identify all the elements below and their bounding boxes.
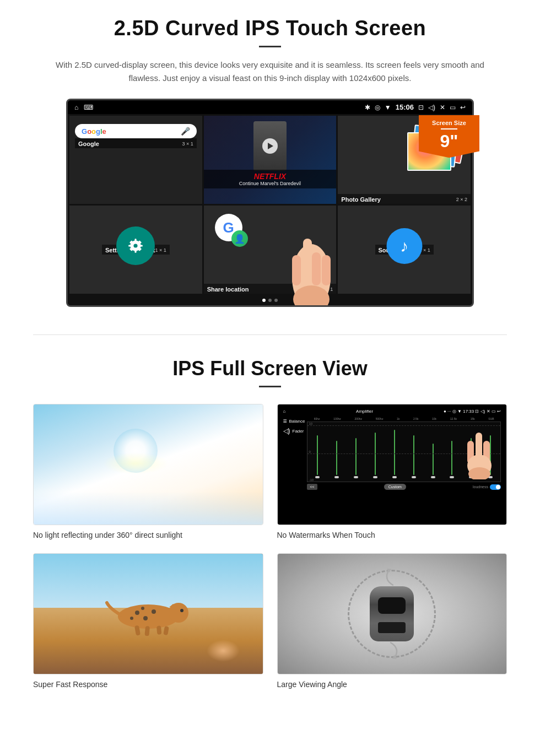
equalizer-screen: ⌂ Amplifier ● ··· ◎ ▼ 17:33 ⊡ ◁) ✕ ▭ ↩ ≡… [278, 404, 507, 525]
eq-bar-3 [355, 438, 357, 475]
eq-loudness-control: loudness [473, 484, 501, 490]
badge-size: 9" [426, 132, 472, 151]
car-caption: Large Viewing Angle [277, 680, 507, 689]
title-underline-2 [259, 386, 281, 387]
cheetah-caption: Super Fast Response [33, 680, 263, 689]
svg-rect-12 [292, 255, 301, 285]
pointing-hand [287, 222, 336, 307]
dot-3 [274, 299, 278, 302]
svg-rect-11 [303, 239, 312, 277]
eq-bar-4 [375, 433, 376, 475]
car-image [278, 554, 507, 674]
eq-status-bar: ⌂ Amplifier ● ··· ◎ ▼ 17:33 ⊡ ◁) ✕ ▭ ↩ [281, 408, 504, 415]
eq-bar-wrap-6 [405, 424, 423, 479]
svg-point-32 [180, 609, 183, 612]
music-note-icon: ♪ [400, 237, 408, 256]
app-cell-share[interactable]: G 👤 [204, 206, 337, 294]
photos-cell-label: Photo Gallery 2 × 2 [338, 194, 471, 204]
eq-bars-area: 60hz 100hz 200hz 500hz 1k 2.5k 10k 12.5k… [307, 417, 501, 490]
eq-bar-5 [394, 430, 395, 475]
netflix-logo-text: NETFLIX [207, 172, 333, 181]
eq-bar-wrap-3 [347, 424, 365, 479]
app-cell-sound[interactable]: ♪ Sound Search 1 × 1 [338, 206, 471, 294]
eq-balance-row: ≡ Balance [283, 417, 305, 425]
eq-back-btn[interactable]: << [307, 484, 317, 490]
svg-point-25 [152, 609, 156, 614]
screen-mockup-wrapper: ⌂ ⌨ ✱ ◎ ▼ 15:06 ⊡ ◁) ✕ ▭ ↩ [66, 99, 474, 307]
google-logo: Google [82, 127, 106, 136]
feature-img-sunlight [33, 404, 263, 525]
freq-15k: 15k [471, 417, 475, 420]
svg-point-23 [135, 611, 139, 615]
rotation-arrow-tl [380, 566, 402, 589]
share-app-name: Share location [207, 286, 249, 293]
google-app-name: Google [78, 141, 99, 147]
eq-status-icons: ● ··· ◎ ▼ 17:33 ⊡ ◁) ✕ ▭ ↩ [444, 409, 501, 414]
app-cell-google[interactable]: Google 🎤 Google 3 × 1 [69, 116, 202, 204]
google-cell-label: Google 3 × 1 [75, 138, 197, 148]
close-icon: ✕ [440, 104, 445, 111]
freq-1k: 1k [397, 417, 399, 420]
freq-2k5: 2.5k [413, 417, 418, 420]
equalizer-caption: No Watermarks When Touch [277, 531, 507, 539]
app-cell-settings[interactable]: Settings shortcut 1 × 1 [69, 206, 202, 294]
sunlight-caption: No light reflecting under 360° direct su… [33, 531, 263, 539]
netflix-background: NETFLIX Continue Marvel's Daredevil [204, 116, 337, 204]
speaker-icon: ◁) [283, 427, 290, 435]
eq-knob-2 [334, 476, 339, 478]
usb-icon: ⌨ [84, 104, 93, 111]
volume-icon: ◁) [428, 104, 435, 111]
eq-toggle[interactable] [490, 484, 501, 490]
window-icon: ▭ [450, 104, 456, 111]
play-triangle [268, 143, 273, 149]
svg-point-24 [143, 616, 148, 620]
lens-flare [102, 452, 169, 474]
status-time: 15:06 [396, 103, 414, 111]
car-rear-window [378, 622, 406, 633]
car-window [378, 597, 406, 614]
dot-1 [262, 299, 266, 302]
freq-100hz: 100hz [333, 417, 341, 420]
google-search-bar: Google 🎤 [75, 124, 197, 138]
feature-img-car [277, 553, 507, 674]
freq-12k5: 12.5k [450, 417, 457, 420]
svg-rect-4 [129, 245, 132, 246]
eq-knob-5 [392, 476, 397, 478]
app-cell-netflix[interactable]: NETFLIX Continue Marvel's Daredevil Netf… [204, 116, 337, 204]
car-oval [348, 570, 436, 658]
feature-sunlight: No light reflecting under 360° direct su… [33, 404, 263, 539]
section1-description: With 2.5D curved-display screen, this de… [55, 58, 485, 85]
eq-custom-btn[interactable]: Custom [384, 484, 406, 490]
dot-2 [268, 299, 272, 302]
feature-img-equalizer: ⌂ Amplifier ● ··· ◎ ▼ 17:33 ⊡ ◁) ✕ ▭ ↩ ≡… [277, 404, 507, 525]
svg-rect-14 [312, 252, 321, 285]
settings-app-size: 1 × 1 [155, 247, 166, 253]
bluetooth-icon: ✱ [365, 104, 370, 111]
eq-balance-label: Balance [289, 419, 305, 424]
freq-60hz: 60hz [314, 417, 320, 420]
section1-title: 2.5D Curved IPS Touch Screen [33, 17, 507, 40]
eq-bar-8 [451, 441, 452, 475]
photos-app-name: Photo Gallery [341, 196, 381, 203]
person-icon: 👤 [231, 230, 248, 247]
eq-bar-wrap-4 [366, 424, 384, 479]
svg-point-26 [130, 617, 133, 620]
camera-icon: ⊡ [418, 104, 424, 111]
section-2: IPS Full Screen View No light reflecting… [0, 352, 540, 705]
eq-toggle-knob [496, 485, 500, 489]
location-icon: ◎ [375, 104, 380, 111]
eq-bar-2 [336, 441, 337, 475]
eq-bar-7 [433, 444, 434, 475]
eq-sliders-labels: ≡ Balance ◁) Fader [283, 417, 305, 490]
eq-loudness-label: loudness [473, 485, 488, 489]
phone-screen: ⌂ ⌨ ✱ ◎ ▼ 15:06 ⊡ ◁) ✕ ▭ ↩ [66, 99, 474, 307]
eq-bar-wrap-5 [386, 424, 403, 479]
eq-knob-8 [450, 476, 454, 478]
cheetah-image [34, 554, 263, 674]
sky-gradient-bottom [34, 492, 263, 525]
back-icon: ↩ [460, 104, 466, 111]
gear-icon [125, 235, 147, 257]
cheetah-body-container [104, 597, 192, 638]
eq-bar-wrap-8 [443, 424, 461, 479]
eq-hand-svg [465, 433, 495, 479]
